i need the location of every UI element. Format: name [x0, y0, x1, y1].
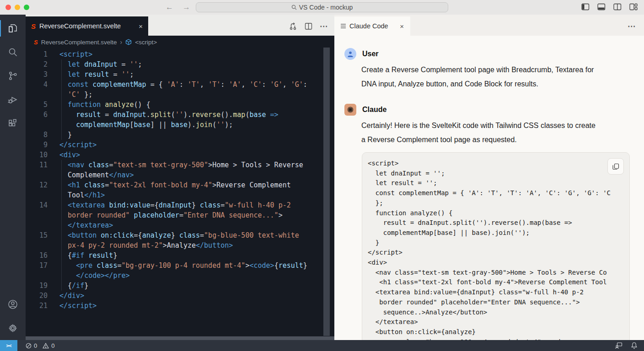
customize-layout-icon[interactable] — [629, 3, 638, 11]
line-number: 14 — [26, 200, 59, 210]
forward-arrow-icon[interactable]: → — [182, 3, 190, 12]
bell-icon[interactable] — [631, 342, 638, 349]
tab-reversecomplement-svelte[interactable]: S ReverseComplement.svelte × — [26, 16, 148, 36]
code-text: px-4 py-2 rounded mt-2">Analyze</button> — [59, 240, 334, 250]
message-line: Create a Reverse Complement tool page wi… — [361, 63, 635, 77]
toggle-panel-icon[interactable] — [597, 3, 606, 11]
more-actions-icon[interactable]: ⋯ — [320, 21, 328, 31]
line-number: 5 — [26, 100, 59, 110]
tab-close-icon[interactable]: × — [139, 22, 143, 30]
source-control-icon[interactable] — [0, 64, 26, 88]
line-number: 2 — [26, 59, 59, 69]
line-number: 11 — [26, 160, 59, 170]
problems-indicator[interactable]: 0 0 — [26, 342, 58, 349]
horizontal-scrollbar[interactable] — [26, 336, 334, 340]
code-text: <h1 class="text-2xl font-bold my-4">Reve… — [59, 180, 334, 190]
indent-guide — [61, 160, 62, 291]
code-row: 19 {/if} — [26, 281, 334, 291]
error-count: 0 — [34, 342, 37, 349]
code-row: border rounded" placeholder="Enter DNA s… — [26, 210, 334, 220]
code-text: <pre class="bg-gray-100 p-4 rounded mt-4… — [59, 261, 334, 271]
copy-code-button[interactable] — [607, 158, 624, 175]
svelte-file-icon: S — [34, 39, 38, 45]
feedback-icon[interactable] — [615, 342, 623, 349]
user-message-text: Create a Reverse Complement tool page wi… — [361, 63, 635, 91]
code-text: const complementMap = { 'A': 'T', 'T': '… — [59, 80, 334, 90]
code-text: border rounded" placeholder="Enter DNA s… — [59, 210, 334, 220]
code-row: 11 <nav class="text-sm text-gray-500">Ho… — [26, 160, 334, 170]
code-text: {#if result} — [59, 250, 334, 261]
code-text: </textarea> — [59, 220, 334, 230]
line-number: 17 — [26, 261, 59, 271]
code-lines: 1<script>2 let dnaInput = '';3 let resul… — [26, 49, 334, 311]
zoom-window-button[interactable] — [24, 5, 29, 10]
claude-avatar — [344, 104, 356, 116]
claude-message-header: Claude — [334, 104, 644, 116]
chevron-right-icon: › — [120, 38, 123, 46]
line-number: 3 — [26, 69, 59, 80]
code-text: <button on:click={analyze} class="bg-blu… — [59, 230, 334, 240]
activity-bar-spacer — [0, 135, 26, 292]
open-changes-icon[interactable] — [289, 22, 297, 30]
code-row: 2 let dnaInput = ''; — [26, 59, 334, 69]
close-window-button[interactable] — [5, 5, 11, 10]
assistant-code-block: <script> let dnaInput = ''; let result =… — [362, 152, 630, 340]
command-center-search[interactable]: VS Code - mockup — [196, 2, 448, 12]
activity-bar — [0, 15, 26, 340]
code-row: 15 <button on:click={analyze} class="bg-… — [26, 230, 334, 240]
line-number: 12 — [26, 180, 59, 190]
split-layout-icon[interactable] — [613, 3, 622, 11]
code-row: 'C' }; — [26, 90, 334, 100]
breadcrumb-symbol[interactable]: <script> — [135, 39, 157, 46]
minimize-window-button[interactable] — [15, 5, 20, 10]
breadcrumb-file[interactable]: ReverseComplement.svelte — [41, 39, 117, 46]
code-text: </code></pre> — [59, 271, 334, 281]
titlebar: ← → VS Code - mockup — [0, 0, 644, 15]
code-editor[interactable]: 1<script>2 let dnaInput = '';3 let resul… — [26, 48, 334, 336]
line-number: 15 — [26, 230, 59, 240]
tab-claude-code[interactable]: Claude Code × — [334, 16, 410, 36]
panel-tab-close-icon[interactable]: × — [400, 22, 404, 30]
toggle-sidebar-icon[interactable] — [581, 3, 590, 11]
line-number: 8 — [26, 130, 59, 140]
code-row: 17 <pre class="bg-gray-100 p-4 rounded m… — [26, 261, 334, 271]
line-number — [26, 220, 59, 230]
breadcrumb[interactable]: S ReverseComplement.svelte › <script> — [26, 36, 334, 48]
tab-label: ReverseComplement.svelte — [39, 22, 121, 30]
vertical-scrollbar-thumb[interactable] — [323, 48, 330, 336]
explorer-icon[interactable] — [0, 16, 26, 40]
search-icon — [291, 5, 297, 10]
user-avatar — [344, 48, 356, 60]
panel-more-actions-icon[interactable]: ⋯ — [628, 16, 644, 36]
message-line: Certainly! Here is the SvelteKit code wi… — [361, 118, 635, 133]
code-row: 14 <textarea bind:value={dnaInput} class… — [26, 200, 334, 210]
claude-code-panel: Claude Code × ⋯ User Create a Reverse Co… — [334, 15, 644, 340]
code-row: 3 let result = ''; — [26, 69, 334, 80]
account-icon[interactable] — [0, 292, 26, 316]
extensions-icon[interactable] — [0, 112, 26, 135]
code-text: complementMap[base] || base).join(''); — [59, 120, 334, 130]
back-arrow-icon[interactable]: ← — [166, 3, 173, 12]
message-line: DNA input, Analyze button, and Code Bloc… — [361, 77, 635, 91]
code-text: Complement</nav> — [59, 170, 334, 180]
run-debug-icon[interactable] — [0, 88, 26, 112]
code-row: Tool</h1> — [26, 190, 334, 200]
code-row: 9</script> — [26, 140, 334, 150]
search-icon[interactable] — [0, 40, 26, 64]
code-row: 4 const complementMap = { 'A': 'T', 'T':… — [26, 80, 334, 90]
split-editor-icon[interactable] — [305, 22, 312, 30]
code-text: <div> — [59, 150, 334, 160]
code-row: 20</div> — [26, 291, 334, 301]
code-row: 1<script> — [26, 49, 334, 59]
claude-starburst-icon — [346, 106, 354, 114]
warning-icon — [43, 343, 49, 349]
indent-guide — [61, 59, 62, 140]
line-number — [26, 120, 59, 130]
line-number — [26, 170, 59, 180]
layout-controls — [581, 3, 638, 11]
horizontal-scrollbar-thumb[interactable] — [26, 336, 334, 340]
line-number: 20 — [26, 291, 59, 301]
person-icon — [347, 50, 354, 58]
remote-indicator[interactable]: >< — [0, 340, 17, 351]
settings-gear-icon[interactable] — [0, 316, 26, 340]
